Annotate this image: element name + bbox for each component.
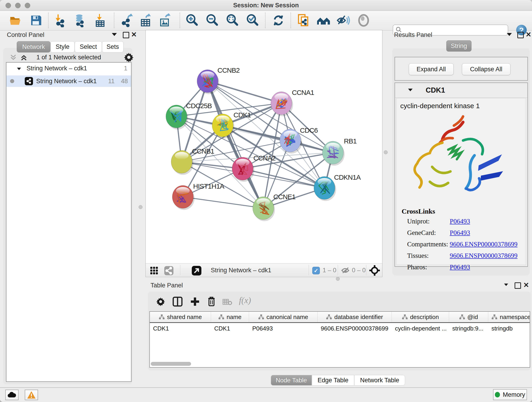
expand-all-button[interactable]: Expand All <box>409 63 454 75</box>
refresh-icon[interactable] <box>271 13 286 28</box>
gene-header[interactable]: CDK1 <box>395 83 527 98</box>
expand-all-networks-icon[interactable] <box>20 54 28 62</box>
export-image-icon[interactable] <box>158 13 172 28</box>
tab-style[interactable]: Style <box>51 41 75 52</box>
zoom-selected-icon[interactable] <box>245 13 260 28</box>
network-node-CCNA1[interactable] <box>271 92 293 116</box>
export-network-icon[interactable] <box>120 13 134 28</box>
tab-network-table[interactable]: Network Table <box>354 375 405 385</box>
tab-sets[interactable]: Sets <box>102 41 123 52</box>
network-node-CDC25B[interactable] <box>166 105 188 129</box>
import-table-icon[interactable] <box>93 13 108 28</box>
zoom-out-icon[interactable] <box>205 13 220 28</box>
import-network-from-database-icon[interactable] <box>72 13 87 28</box>
node-label-CDC6: CDC6 <box>300 127 318 134</box>
table-panel-float-icon[interactable] <box>515 282 521 289</box>
copy-network-icon[interactable] <box>296 13 311 28</box>
horizontal-scrollbar[interactable] <box>151 362 191 366</box>
network-share-icon[interactable] <box>164 266 174 276</box>
network-edge[interactable] <box>243 169 324 188</box>
show-all-networks-icon[interactable] <box>316 13 331 28</box>
zoom-in-icon[interactable] <box>185 13 199 28</box>
table-panel-menu-icon[interactable] <box>504 283 509 287</box>
table-gear-icon[interactable] <box>156 297 165 307</box>
add-column-icon[interactable] <box>190 297 200 307</box>
network-collection-row[interactable]: String Network – cdk1 1 <box>6 63 131 74</box>
collapse-all-button[interactable]: Collapse All <box>462 63 510 75</box>
zoom-fit-icon[interactable] <box>225 13 240 28</box>
network-node-CDK1[interactable] <box>212 114 234 138</box>
window-title: Session: New Session <box>0 0 532 11</box>
network-node-CCNE1[interactable] <box>253 197 275 221</box>
crosslink-link[interactable]: 9606.ENSP00000378699 <box>450 240 518 248</box>
network-node-CCNA2[interactable] <box>232 157 254 182</box>
control-panel-tabs: NetworkStyleSelectSets <box>0 41 140 52</box>
network-node-HIST1H1A[interactable] <box>172 185 195 210</box>
results-panel-float-icon[interactable] <box>517 32 524 39</box>
table-cell[interactable]: P06493 <box>249 323 317 334</box>
hide-unhide-icon[interactable] <box>336 13 351 28</box>
collection-disclosure-icon[interactable] <box>17 65 22 72</box>
table-cell[interactable]: 9606.ENSP00000378699 <box>317 323 392 334</box>
import-network-icon[interactable] <box>53 13 67 28</box>
crosslink-link[interactable]: P06493 <box>450 217 470 225</box>
control-panel-float-icon[interactable] <box>123 32 129 39</box>
network-canvas[interactable]: CCNB2CCNA1CDC25BCDK1CDC6RB1CCNB1CCNA2CDK… <box>146 30 382 263</box>
column-header-shared-name[interactable]: shared name <box>150 312 211 322</box>
tab-edge-table[interactable]: Edge Table <box>312 375 354 385</box>
gene-disclosure-icon[interactable] <box>408 89 413 91</box>
open-in-window-icon[interactable] <box>191 266 202 276</box>
crosslink-link[interactable]: 9606.ENSP00000378699 <box>450 252 518 259</box>
gene-name: CDK1 <box>426 86 445 95</box>
column-header-namespace[interactable]: namespace <box>488 312 530 322</box>
network-options-gear-icon[interactable] <box>124 52 134 63</box>
crosslink-link[interactable]: P06493 <box>450 229 470 236</box>
delete-column-icon[interactable] <box>207 296 216 307</box>
column-header-name[interactable]: name <box>211 312 249 322</box>
control-panel-title: Control Panel <box>7 32 44 38</box>
export-table-icon[interactable] <box>139 13 153 28</box>
show-columns-icon[interactable] <box>172 297 183 307</box>
birdseye-crosshair-icon[interactable] <box>369 265 380 276</box>
hidden-eye-icon[interactable] <box>341 267 350 275</box>
tab-network[interactable]: Network <box>17 41 51 52</box>
table-cell[interactable]: CDK1 <box>211 323 249 334</box>
table-cell[interactable]: cyclin-dependent ... <box>392 323 449 334</box>
collapse-all-networks-icon[interactable] <box>9 54 17 62</box>
control-panel-menu-icon[interactable] <box>112 33 117 37</box>
selected-nodes-checkbox[interactable]: ✓ <box>312 267 320 274</box>
crosslink-link[interactable]: P06493 <box>450 263 470 271</box>
gray-eye-icon[interactable] <box>356 13 371 28</box>
tab-node-table[interactable]: Node Table <box>271 375 312 385</box>
open-session-icon[interactable] <box>8 13 23 28</box>
vertical-splitter-handle[interactable] <box>384 150 388 154</box>
table-panel-title: Table Panel <box>151 282 183 289</box>
save-session-icon[interactable] <box>29 13 43 28</box>
table-panel-close-icon[interactable]: ✕ <box>523 283 529 288</box>
table-cell[interactable]: CDK1 <box>150 323 211 334</box>
network-node-RB1[interactable] <box>322 141 345 166</box>
network-node-CDKN1A[interactable] <box>314 177 336 201</box>
table-cell[interactable]: stringdb:9... <box>449 323 488 334</box>
column-header-description[interactable]: description <box>392 312 449 322</box>
network-row[interactable]: String Network – cdk1 11 48 <box>6 75 131 87</box>
table-cell[interactable]: stringdb <box>488 323 530 334</box>
network-edge[interactable] <box>183 197 263 208</box>
control-panel-close-icon[interactable]: ✕ <box>131 32 137 37</box>
crosslinks-title: CrossLinks <box>402 207 435 215</box>
column-header-@id[interactable]: @id <box>449 312 488 322</box>
vertical-splitter-handle[interactable] <box>139 205 143 209</box>
network-node-CCNB2[interactable] <box>197 70 219 94</box>
memory-button[interactable]: Memory <box>493 389 527 400</box>
results-panel-close-icon[interactable]: ✕ <box>526 32 531 37</box>
tab-select[interactable]: Select <box>75 41 102 52</box>
results-panel-menu-icon[interactable] <box>507 33 512 37</box>
grid-view-icon[interactable] <box>150 266 158 276</box>
gene-details: cyclin-dependent kinase 1 <box>396 98 526 265</box>
cloud-button[interactable] <box>5 390 19 400</box>
column-header-canonical-name[interactable]: canonical name <box>249 312 317 322</box>
crosslink-row: Pharos:P06493 <box>407 263 521 271</box>
warning-button[interactable] <box>25 390 38 400</box>
column-header-database-identifier[interactable]: database identifier <box>317 312 392 322</box>
tab-string[interactable]: String <box>446 40 472 51</box>
